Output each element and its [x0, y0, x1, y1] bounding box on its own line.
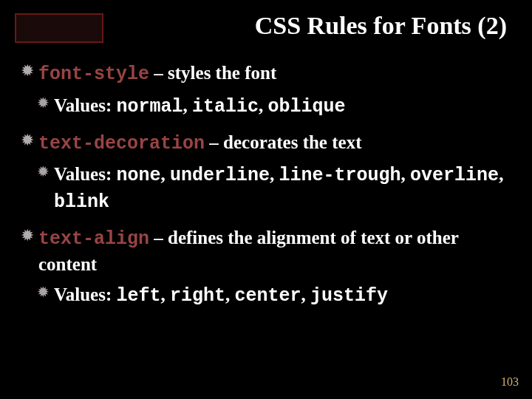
css-value: italic: [192, 96, 259, 117]
css-value: left: [117, 285, 161, 307]
css-property: text-align: [38, 228, 149, 250]
property-desc: styles the font: [168, 63, 276, 83]
list-item: ✹ Values: normal, italic, oblique: [37, 93, 511, 120]
list-item: ✹ Values: none, underline, line-trough, …: [37, 162, 511, 215]
page-number: 103: [501, 375, 519, 389]
sun-icon: ✹: [37, 282, 50, 301]
sun-icon: ✹: [37, 162, 50, 181]
css-value: line-trough: [279, 165, 401, 186]
property-desc: decorates the text: [223, 132, 361, 152]
css-value: right: [170, 285, 225, 307]
css-value: none: [117, 165, 161, 186]
list-item: ✹ font-style – styles the font: [21, 61, 511, 87]
list-item: ✹ text-align – defines the alignment of …: [21, 225, 511, 277]
css-property: font-style: [38, 64, 149, 85]
css-value: overline: [410, 165, 499, 186]
list-item: ✹ Values: left, right, center, justify: [37, 282, 511, 309]
css-value: center: [235, 285, 301, 307]
css-value: normal: [117, 96, 183, 117]
css-property: text-decoration: [38, 133, 205, 154]
css-value: oblique: [268, 96, 346, 117]
content: ✹ font-style – styles the font ✹ Values:…: [21, 61, 511, 309]
values-label: Values:: [54, 164, 117, 184]
css-value: justify: [310, 285, 388, 307]
css-value: underline: [170, 165, 270, 186]
logo-box: [15, 13, 103, 43]
slide: CSS Rules for Fonts (2) ✹ font-style – s…: [0, 0, 532, 399]
values-label: Values:: [54, 284, 117, 304]
css-value: blink: [54, 191, 109, 213]
sun-icon: ✹: [37, 93, 50, 112]
sun-icon: ✹: [21, 130, 34, 151]
sun-icon: ✹: [21, 225, 34, 247]
values-label: Values:: [54, 95, 117, 115]
list-item: ✹ text-decoration – decorates the text: [21, 130, 511, 157]
sun-icon: ✹: [21, 61, 34, 82]
